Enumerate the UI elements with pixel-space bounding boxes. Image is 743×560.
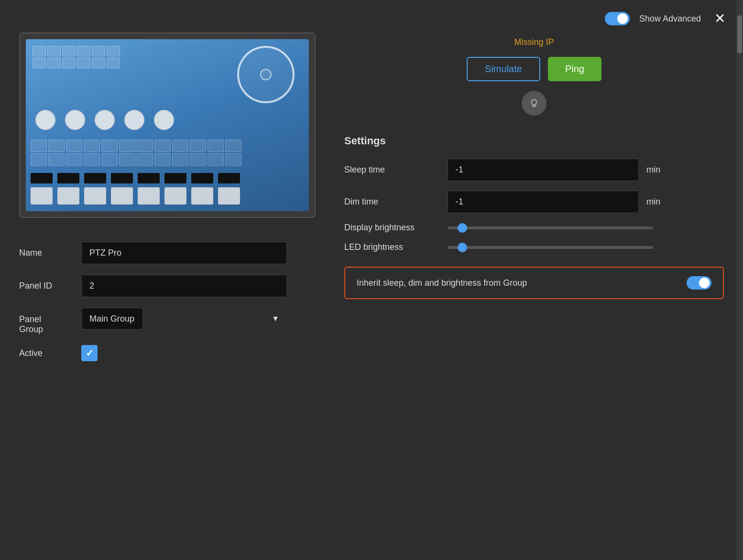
- btn-4[interactable]: [77, 46, 90, 56]
- inherit-label: Inherit sleep, dim and brightness from G…: [357, 278, 527, 288]
- status-area: Missing IP Simulate Ping: [344, 32, 724, 130]
- scrollbar-thumb[interactable]: [737, 15, 742, 54]
- mid-btn-3[interactable]: [66, 140, 82, 152]
- btn-1[interactable]: [33, 46, 46, 56]
- bottom-white-3[interactable]: [84, 187, 106, 205]
- display-brightness-row: Display brightness: [344, 223, 724, 233]
- mid-btn-12[interactable]: [225, 140, 241, 152]
- mid-btn-4[interactable]: [84, 140, 100, 152]
- checkmark-icon: ✓: [86, 347, 94, 359]
- main-container: Show Advanced ✕: [0, 0, 743, 560]
- mid-btn-13[interactable]: [31, 153, 47, 166]
- knob-3[interactable]: [95, 110, 115, 130]
- bottom-black-1[interactable]: [31, 173, 53, 183]
- scrollbar[interactable]: [736, 0, 743, 560]
- mid-btn-24[interactable]: [225, 153, 241, 166]
- left-panel: Name Panel ID PanelGroup Main Group Grou…: [19, 32, 316, 560]
- active-row: Active ✓: [19, 345, 316, 361]
- mid-btn-20[interactable]: [154, 153, 171, 166]
- content-area: Name Panel ID PanelGroup Main Group Grou…: [0, 32, 743, 560]
- name-input[interactable]: [81, 242, 287, 264]
- settings-section: Settings Sleep time min Dim time min Dis…: [344, 135, 724, 560]
- btn-12[interactable]: [107, 58, 120, 68]
- mid-btn-1[interactable]: [31, 140, 47, 152]
- bottom-black-2[interactable]: [57, 173, 79, 183]
- btn-7[interactable]: [33, 58, 46, 68]
- btn-2[interactable]: [47, 46, 61, 56]
- btn-10[interactable]: [77, 58, 90, 68]
- mid-btn-18[interactable]: [119, 153, 135, 166]
- mid-btn-17[interactable]: [101, 153, 118, 166]
- btn-11[interactable]: [92, 58, 105, 68]
- mid-btn-9[interactable]: [172, 140, 188, 152]
- show-advanced-toggle[interactable]: [605, 12, 630, 25]
- btn-3[interactable]: [62, 46, 76, 56]
- bottom-white-8[interactable]: [218, 187, 240, 205]
- device-preview: [19, 32, 316, 218]
- device-screen: [26, 39, 309, 211]
- display-brightness-slider[interactable]: [448, 226, 653, 229]
- bottom-white-5[interactable]: [138, 187, 160, 205]
- mid-btn-8[interactable]: [154, 140, 171, 152]
- mid-btn-2[interactable]: [48, 140, 65, 152]
- led-brightness-label: LED brightness: [344, 242, 440, 252]
- show-advanced-label: Show Advanced: [639, 14, 701, 24]
- bottom-black-7[interactable]: [191, 173, 213, 183]
- settings-title: Settings: [344, 135, 724, 147]
- mid-btn-16[interactable]: [84, 153, 100, 166]
- mid-btn-14[interactable]: [48, 153, 65, 166]
- bottom-black-8[interactable]: [218, 173, 240, 183]
- panel-group-select[interactable]: Main Group Group 1 Group 2 None: [81, 308, 143, 330]
- bottom-white-7[interactable]: [191, 187, 213, 205]
- bottom-black-3[interactable]: [84, 173, 106, 183]
- mid-btn-23[interactable]: [208, 153, 224, 166]
- top-button-grid: [33, 46, 120, 68]
- dim-time-unit: min: [646, 197, 666, 207]
- close-button[interactable]: ✕: [710, 10, 729, 28]
- knob-2[interactable]: [65, 110, 85, 130]
- mid-btn-21[interactable]: [172, 153, 188, 166]
- inherit-toggle[interactable]: [687, 276, 711, 290]
- active-label: Active: [19, 348, 72, 358]
- btn-9[interactable]: [62, 58, 76, 68]
- missing-ip-status: Missing IP: [514, 37, 554, 47]
- bottom-black-5[interactable]: [138, 173, 160, 183]
- display-brightness-label: Display brightness: [344, 223, 440, 233]
- right-panel: Missing IP Simulate Ping Settings: [344, 32, 724, 560]
- panel-id-input[interactable]: [81, 275, 287, 297]
- bottom-black-6[interactable]: [164, 173, 186, 183]
- knob-4[interactable]: [124, 110, 144, 130]
- led-brightness-slider[interactable]: [448, 246, 653, 249]
- inherit-section: Inherit sleep, dim and brightness from G…: [344, 267, 724, 299]
- bottom-white-1[interactable]: [31, 187, 53, 205]
- bottom-white-4[interactable]: [111, 187, 133, 205]
- btn-5[interactable]: [92, 46, 105, 56]
- jog-wheel[interactable]: [237, 46, 295, 103]
- mid-btn-19[interactable]: [137, 153, 153, 166]
- dim-time-label: Dim time: [344, 197, 440, 207]
- mid-btn-11[interactable]: [208, 140, 224, 152]
- mid-btn-6[interactable]: [119, 140, 135, 152]
- top-bar: Show Advanced ✕: [0, 0, 743, 32]
- ping-button[interactable]: Ping: [548, 57, 601, 81]
- active-checkbox[interactable]: ✓: [81, 345, 98, 361]
- sleep-time-input[interactable]: [448, 159, 639, 181]
- simulate-button[interactable]: Simulate: [467, 57, 540, 81]
- btn-8[interactable]: [47, 58, 61, 68]
- knob-1[interactable]: [35, 110, 55, 130]
- bottom-white-6[interactable]: [164, 187, 186, 205]
- dim-time-row: Dim time min: [344, 191, 724, 213]
- dim-time-input[interactable]: [448, 191, 639, 213]
- mid-btn-10[interactable]: [190, 140, 206, 152]
- btn-6[interactable]: [107, 46, 120, 56]
- bottom-white-2[interactable]: [57, 187, 79, 205]
- knob-5[interactable]: [154, 110, 174, 130]
- sleep-time-label: Sleep time: [344, 165, 440, 175]
- mid-btn-5[interactable]: [101, 140, 118, 152]
- bottom-black-4[interactable]: [111, 173, 133, 183]
- panel-group-dropdown-wrapper: Main Group Group 1 Group 2 None ▼: [81, 308, 287, 330]
- mid-btn-15[interactable]: [66, 153, 82, 166]
- panel-id-row: Panel ID: [19, 275, 316, 297]
- mid-btn-7[interactable]: [137, 140, 153, 152]
- mid-btn-22[interactable]: [190, 153, 206, 166]
